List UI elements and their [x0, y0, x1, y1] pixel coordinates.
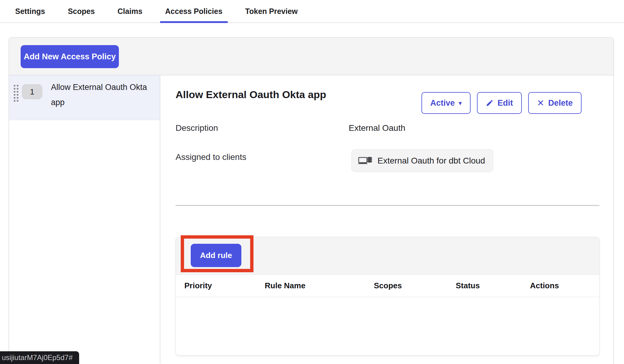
column-header-actions: Actions	[530, 281, 599, 290]
assigned-client-chip[interactable]: External Oauth for dbt Cloud	[351, 149, 493, 172]
policy-priority-badge: 1	[22, 84, 42, 99]
rules-table-empty-body	[176, 297, 599, 355]
browser-link-preview: usijiutarM7Aj0Ep5d7#	[0, 351, 79, 364]
assigned-to-clients-label: Assigned to clients	[176, 152, 246, 162]
column-header-scopes: Scopes	[374, 281, 456, 290]
policy-item-label: Allow External Oauth Okta app	[51, 80, 151, 110]
computer-database-icon	[358, 155, 373, 167]
tab-settings[interactable]: Settings	[10, 0, 50, 22]
active-status-dropdown[interactable]: Active ▾	[421, 92, 471, 114]
policy-list-sidebar: 1 Allow External Oauth Okta app	[9, 75, 160, 363]
delete-button-label: Delete	[548, 98, 573, 108]
policy-list-item[interactable]: 1 Allow External Oauth Okta app	[9, 75, 160, 120]
description-label: Description	[176, 123, 218, 133]
policy-actions: Active ▾ Edit ✕ Delete	[421, 92, 582, 114]
rules-table-header-row: Priority Rule Name Scopes Status Actions	[176, 275, 599, 297]
panel-header: Add New Access Policy	[9, 38, 613, 75]
panel-body: 1 Allow External Oauth Okta app Allow Ex…	[9, 75, 613, 363]
policy-title: Allow External Oauth Okta app	[176, 89, 326, 101]
access-policies-panel: Add New Access Policy 1 Allow External O…	[8, 37, 614, 364]
tab-access-policies[interactable]: Access Policies	[160, 0, 228, 22]
add-rule-button[interactable]: Add rule	[191, 244, 241, 267]
column-header-status: Status	[456, 281, 530, 290]
delete-button[interactable]: ✕ Delete	[528, 92, 582, 114]
assigned-client-name: External Oauth for dbt Cloud	[377, 156, 485, 166]
tab-claims[interactable]: Claims	[112, 0, 148, 22]
active-status-label: Active	[430, 98, 455, 108]
edit-button-label: Edit	[498, 98, 513, 108]
column-header-rule-name: Rule Name	[265, 281, 374, 290]
policy-detail: Allow External Oauth Okta app Active ▾ E…	[160, 75, 613, 363]
edit-button[interactable]: Edit	[477, 92, 522, 114]
tab-bar: Settings Scopes Claims Access Policies T…	[0, 0, 624, 23]
close-icon: ✕	[537, 99, 544, 108]
section-divider	[176, 205, 599, 206]
rules-table-card: Add rule Priority Rule Name Scopes Statu…	[176, 237, 599, 356]
chevron-down-icon: ▾	[459, 100, 462, 106]
tab-token-preview[interactable]: Token Preview	[240, 0, 303, 22]
description-value: External Oauth	[349, 123, 405, 133]
drag-handle-icon[interactable]	[13, 84, 19, 103]
pencil-icon	[486, 99, 494, 107]
add-new-access-policy-button[interactable]: Add New Access Policy	[21, 45, 119, 68]
column-header-priority: Priority	[184, 281, 265, 290]
tab-scopes[interactable]: Scopes	[63, 0, 100, 22]
rules-toolbar: Add rule	[176, 237, 599, 275]
